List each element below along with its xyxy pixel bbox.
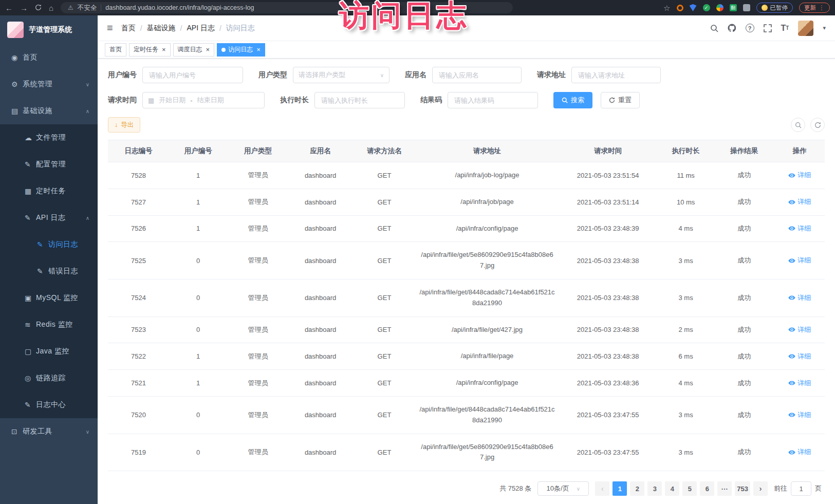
page-button-3[interactable]: 3 bbox=[647, 481, 662, 496]
export-button[interactable]: ↓ 导出 bbox=[108, 117, 140, 133]
update-label: 更新 bbox=[804, 4, 816, 12]
result-cell: 成功 bbox=[714, 343, 775, 370]
extension-icon-translate[interactable]: 翻 bbox=[730, 4, 737, 11]
breadcrumb-item[interactable]: 基础设施 bbox=[147, 24, 176, 33]
detail-link[interactable]: 详细 bbox=[788, 352, 811, 361]
duration-input[interactable] bbox=[314, 92, 405, 108]
prev-page-button[interactable]: ‹ bbox=[595, 481, 609, 496]
sidebar-item-java-monitor[interactable]: ▢Java 监控 bbox=[0, 338, 98, 365]
page-button-2[interactable]: 2 bbox=[630, 481, 644, 496]
user-type-select[interactable]: 请选择用户类型 ∨ bbox=[293, 67, 389, 83]
forward-icon[interactable]: → bbox=[20, 4, 28, 12]
sidebar-item-dev-tools[interactable]: ⊡研发工具∨ bbox=[0, 418, 98, 445]
sidebar-item-scheduled-job[interactable]: ▦定时任务 bbox=[0, 178, 98, 204]
sidebar-item-link-tracing[interactable]: ◎链路追踪 bbox=[0, 365, 98, 391]
reset-button[interactable]: 重置 bbox=[601, 92, 640, 108]
tab-job-log[interactable]: 调度日志× bbox=[173, 43, 215, 57]
sidebar-item-infrastructure[interactable]: ▤基础设施∧ bbox=[0, 98, 98, 124]
select-chevron-icon: ∨ bbox=[380, 72, 384, 78]
log-id-cell: 7527 bbox=[108, 189, 169, 215]
hamburger-icon[interactable]: ≡ bbox=[107, 22, 113, 34]
sidebar-item-config-manage[interactable]: ✎配置管理 bbox=[0, 151, 98, 178]
page-button-5[interactable]: 5 bbox=[682, 481, 697, 496]
detail-link-label: 详细 bbox=[797, 293, 811, 303]
sidebar-item-redis-monitor[interactable]: ≋Redis 监控 bbox=[0, 311, 98, 338]
tab-home[interactable]: 首页 bbox=[105, 43, 126, 57]
log-id-cell: 7520 bbox=[108, 396, 169, 434]
font-size-icon[interactable]: TT bbox=[781, 24, 789, 33]
breadcrumb-item[interactable]: 首页 bbox=[121, 24, 136, 33]
breadcrumb-item[interactable]: API 日志 bbox=[187, 24, 214, 33]
extension-icon-grid[interactable] bbox=[716, 4, 723, 11]
logo-row[interactable]: 芋道管理系统 bbox=[0, 15, 98, 44]
show-search-toggle-button[interactable] bbox=[791, 118, 805, 132]
sidebar-item-api-log[interactable]: ✎API 日志∧ bbox=[0, 204, 98, 231]
result-cell: 成功 bbox=[714, 215, 775, 242]
page-button-6[interactable]: 6 bbox=[700, 481, 714, 496]
sidebar-item-error-log[interactable]: ✎错误日志 bbox=[0, 258, 98, 285]
close-icon[interactable]: × bbox=[256, 46, 261, 53]
sidebar-item-system[interactable]: ⚙系统管理∨ bbox=[0, 71, 98, 98]
back-icon[interactable]: ← bbox=[5, 4, 13, 12]
paused-badge[interactable]: 已暂停 bbox=[756, 3, 793, 13]
detail-link[interactable]: 详细 bbox=[788, 447, 811, 457]
tab-access-log[interactable]: 访问日志× bbox=[217, 43, 265, 57]
search-icon[interactable] bbox=[710, 24, 718, 32]
home-icon[interactable]: ⌂ bbox=[49, 4, 53, 12]
close-icon[interactable]: × bbox=[162, 46, 166, 53]
tab-job[interactable]: 定时任务× bbox=[129, 43, 171, 57]
extension-icon-check[interactable]: ✓ bbox=[703, 4, 710, 11]
app-name-cell: dashboard bbox=[288, 396, 352, 434]
detail-link[interactable]: 详细 bbox=[788, 197, 811, 207]
page-button-4[interactable]: 4 bbox=[665, 481, 679, 496]
refresh-button[interactable] bbox=[810, 118, 825, 132]
request-url-input[interactable] bbox=[571, 67, 661, 83]
table-row: 75281管理员dashboardGET/api/infra/job-log/p… bbox=[108, 162, 825, 189]
filter-request-time: 请求时间 ▦ 开始日期 - 结束日期 bbox=[108, 92, 265, 108]
extension-icon-orange[interactable] bbox=[677, 5, 683, 11]
java-icon: ▢ bbox=[25, 347, 36, 356]
date-range-picker[interactable]: ▦ 开始日期 - 结束日期 bbox=[142, 92, 265, 108]
detail-link[interactable]: 详细 bbox=[788, 256, 811, 265]
page-button-1[interactable]: 1 bbox=[613, 481, 627, 496]
help-icon[interactable]: ? bbox=[746, 24, 754, 32]
bookmark-star-icon[interactable]: ☆ bbox=[663, 4, 670, 12]
eye-icon bbox=[788, 173, 795, 178]
page-size-select[interactable]: 10条/页 ∨ bbox=[537, 481, 589, 496]
extensions-puzzle-icon[interactable] bbox=[743, 4, 750, 11]
result-code-input[interactable] bbox=[448, 92, 538, 108]
user-id-cell: 0 bbox=[169, 279, 228, 316]
detail-link[interactable]: 详细 bbox=[788, 410, 811, 420]
edit-icon: ✎ bbox=[37, 267, 48, 275]
sidebar-item-file-manage[interactable]: ☁文件管理 bbox=[0, 124, 98, 151]
sidebar-item-access-log[interactable]: ✎访问日志 bbox=[0, 231, 98, 258]
detail-link-label: 详细 bbox=[797, 410, 811, 420]
detail-link[interactable]: 详细 bbox=[788, 325, 811, 334]
detail-link[interactable]: 详细 bbox=[788, 379, 811, 388]
app-name-input[interactable] bbox=[432, 67, 522, 83]
detail-link[interactable]: 详细 bbox=[788, 224, 811, 233]
next-page-button[interactable]: › bbox=[753, 481, 768, 496]
close-icon[interactable]: × bbox=[206, 46, 210, 53]
fullscreen-icon[interactable] bbox=[764, 24, 772, 32]
search-button[interactable]: 搜索 bbox=[553, 92, 592, 108]
sidebar-item-mysql-monitor[interactable]: ▣MySQL 监控 bbox=[0, 285, 98, 311]
detail-link[interactable]: 详细 bbox=[788, 171, 811, 180]
sidebar-item-home[interactable]: ◉首页 bbox=[0, 44, 98, 71]
detail-link[interactable]: 详细 bbox=[788, 293, 811, 303]
user-id-input[interactable] bbox=[142, 67, 243, 83]
avatar[interactable] bbox=[798, 21, 813, 36]
extension-icon-shield[interactable] bbox=[690, 4, 697, 11]
pager: ‹ 123456···753 › bbox=[595, 481, 768, 496]
chevron-down-icon[interactable]: ▾ bbox=[823, 25, 826, 31]
operation-cell: 详细 bbox=[775, 162, 825, 189]
reload-icon[interactable] bbox=[35, 4, 42, 12]
sidebar-item-label: 日志中心 bbox=[36, 400, 98, 409]
update-button[interactable]: 更新 ⋮ bbox=[799, 3, 830, 13]
github-icon[interactable] bbox=[728, 24, 736, 32]
sidebar-item-log-center[interactable]: ✎日志中心 bbox=[0, 391, 98, 418]
user-type-cell: 管理员 bbox=[227, 434, 288, 471]
page-button-753[interactable]: 753 bbox=[735, 481, 750, 496]
goto-page-input[interactable] bbox=[791, 481, 811, 496]
pager-more-button[interactable]: ··· bbox=[717, 481, 732, 496]
